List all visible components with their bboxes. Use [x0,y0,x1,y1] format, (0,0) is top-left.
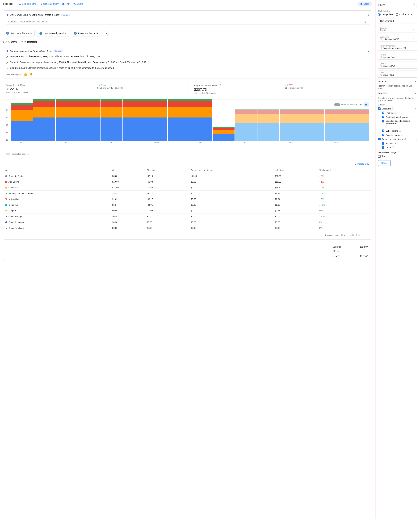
gemini-input-wrapper[interactable] [6,19,369,25]
invoice-month-option[interactable]: Invoice month [396,13,413,16]
spending-based-checkbox[interactable]: ✓ [382,120,384,122]
bar-segment [257,110,279,114]
svg-rect-6 [63,3,64,4]
other-checkbox[interactable]: ✓ [382,146,384,149]
cell-promotions: $0.00 [189,179,273,185]
chevron-up-discounts[interactable] [414,107,417,110]
cumulative-toggle[interactable]: Show cumulative [334,103,357,106]
time-range-label: Time range [378,10,417,12]
svg-rect-22 [365,104,366,105]
share-link[interactable]: Share [73,3,83,5]
summary-item-1: ↗ You spent $122.07 between Aug 1-19, 20… [6,55,369,59]
bar-segment [257,114,279,123]
forecasted-help-icon[interactable]: ⓘ [219,84,221,87]
bar-segment [100,99,122,101]
quick-tab-services-label: Services – this month [10,32,32,35]
quick-tab-services[interactable]: Services – this month [3,30,35,37]
cell-cost: $0.04 [110,214,145,219]
subscriptions-checkbox[interactable]: ✓ [382,130,384,132]
stat-block-1: August 1 – 19, 2024 $122.07 includes -$2… [6,84,90,94]
summary-item-3: ↗ Cloud Run had the largest percentage c… [6,66,369,71]
bar-segment [11,103,33,105]
quick-tab-invoice[interactable]: Last invoice by service [37,30,69,37]
discounts-help-icon[interactable]: ⓘ [392,107,394,110]
generate-query-link[interactable]: Generate query [40,3,59,5]
promotions-others-help-icon[interactable]: ⓘ [404,138,406,141]
invoice-charges-label: Invoice level charges ⓘ [378,151,417,154]
table-row: Security Command Center$3.05-$0.12$0.00$… [3,191,372,196]
skus-select[interactable]: SKUs All SKUs (408) [378,71,417,78]
chevron-up-promotions[interactable] [414,138,417,141]
bar-group-10 [235,109,257,141]
promotions-help-icon[interactable]: ⓘ [397,142,399,145]
group-by-select[interactable]: Group by Service [378,26,417,33]
thumbs-down-button[interactable]: 👎 [29,73,33,76]
gcp-logo-2 [39,32,43,35]
collapse-gemini-button[interactable]: ∧ [367,13,369,17]
other-help-icon[interactable]: ⓘ [392,146,394,149]
quick-tab-projects[interactable]: Projects – this month [71,30,102,37]
reseller-checkbox[interactable]: ✓ [382,134,384,136]
spending-based-help-icon[interactable]: ⓘ [386,125,388,128]
table-row: Compute Engine$88.81-$7.18-$1.00$80.63↓ … [3,173,372,179]
promotions-others-checkbox[interactable]: ✓ [378,138,381,141]
x-label-9 [213,141,234,143]
bar-chart-button[interactable] [364,103,369,107]
bar-group-9 [213,127,234,141]
labels-header[interactable]: Labels ⓘ [378,91,417,96]
folders-select[interactable]: Folders & Organizations All folders/orga… [378,44,417,51]
toggle-switch[interactable] [334,103,340,106]
thumbs-up-button[interactable]: 👍 [24,73,27,76]
service-name: Cloud Functions [8,227,23,229]
line-chart-button[interactable] [359,103,364,107]
svg-rect-24 [367,104,368,105]
reset-button[interactable]: Reset [378,160,391,166]
rows-per-page-select[interactable]: 10 25 50 [340,234,346,237]
col-subtotal[interactable]: ↓ Subtotal [273,167,317,173]
subtotal-row: Subtotal $122.07 [333,245,368,249]
projects-select[interactable]: Projects All projects (55) [378,52,417,60]
summary-text-1: You spent $122.07 between Aug 1-19, 2024… [10,55,101,59]
promotions-checkbox[interactable]: ✓ [382,142,384,145]
free-tiers-checkbox[interactable]: ✓ [382,111,384,114]
current-month-select[interactable]: Current month [378,18,417,24]
download-csv-button[interactable]: Download CSV [352,163,369,165]
pct-help-icon[interactable]: ⓘ [330,169,331,171]
invoice-charges-help-icon[interactable]: ⓘ [398,151,400,154]
services-select[interactable]: Services All services (47) [378,61,417,69]
col-pct-change[interactable]: % Change ⓘ [317,167,372,173]
print-link[interactable]: Print [62,3,70,5]
tax-help-icon[interactable]: ⓘ [337,249,339,252]
gemini-input[interactable] [8,20,364,23]
usage-date-option[interactable]: Usage date [378,13,393,16]
labels-content: Select the key and values of the labels … [378,96,417,102]
subscriptions-help-icon[interactable]: ⓘ [399,129,401,132]
free-tiers-help-icon[interactable]: ⓘ [395,111,398,114]
bar-segment [78,99,100,101]
forecasted-help-icon[interactable]: ⓘ [27,152,29,155]
tabs-next-button[interactable]: › [104,31,109,36]
group-by-label: Group by [380,27,387,29]
collapse-sidebar-button[interactable] [413,3,417,7]
sustained-use-help-icon[interactable]: ⓘ [409,116,411,119]
collapse-summary-button[interactable]: ∧ [367,49,369,53]
dropdown-icon-4 [412,46,415,48]
see-all-reports-link[interactable]: See all reports [18,3,36,5]
prev-page-button[interactable]: ‹ [362,233,364,237]
subaccounts-select[interactable]: Subaccounts All subaccounts (27) [378,35,417,42]
learn-button[interactable]: Learn [358,2,372,6]
reseller-check: ✓ [382,134,384,136]
col-discounts: Discounts [145,167,189,173]
locations-header[interactable]: Locations [378,80,417,83]
next-page-button[interactable]: › [367,233,369,237]
labels-help-icon[interactable]: ⓘ [385,92,387,95]
invoice-month-radio[interactable] [396,13,398,16]
sustained-use-checkbox[interactable]: ✓ [382,116,384,118]
chevron-down-locations [414,80,417,83]
tax-checkbox[interactable] [378,155,381,158]
usage-date-radio[interactable] [378,13,381,16]
cell-promotions: -$1.00 [189,173,273,179]
total-help-icon[interactable]: ⓘ [338,255,340,258]
discounts-checkbox[interactable]: ✓ [378,107,381,110]
reseller-help-icon[interactable]: ⓘ [401,133,403,136]
